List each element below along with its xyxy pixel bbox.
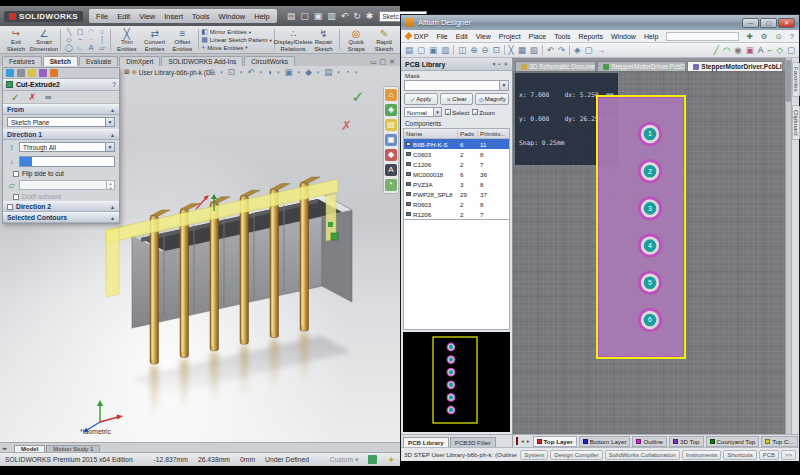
pcb-editor-canvas[interactable]: x: 7.000 dx: 5.250 mm y: 0.000 dy: 26.25… — [513, 71, 785, 434]
sw-menu-edit[interactable]: Edit — [117, 12, 130, 21]
tab-motion-study-1[interactable]: Motion Study 1 — [46, 445, 100, 452]
component-row-c1206[interactable]: C120627 — [404, 159, 509, 169]
undo-icon[interactable]: ↶ — [341, 12, 349, 21]
active-layer-color-swatch[interactable] — [516, 437, 518, 445]
arc-icon[interactable]: ◠ — [723, 45, 730, 55]
pad-5[interactable]: 5 — [638, 271, 662, 295]
sketch-line-icon[interactable]: ╲ — [64, 28, 74, 36]
magnify-button[interactable]: ⊙Magnify — [475, 93, 509, 105]
dimension-icon[interactable]: ⌐ — [767, 45, 772, 55]
view-orientation-icon[interactable]: ▣ — [285, 67, 293, 77]
alt-menu-project[interactable]: Project — [499, 33, 521, 40]
mirror-entities-button[interactable]: ◧Mirror Entities▾ — [201, 28, 272, 36]
open-icon[interactable]: ▢ — [417, 45, 425, 55]
appearances-icon[interactable]: ◔ — [345, 67, 350, 77]
chevron-down-icon[interactable]: ▾ — [270, 38, 272, 43]
room-icon[interactable]: ▢ — [787, 45, 795, 55]
status-button-[interactable]: >> — [781, 450, 796, 460]
filter-mode-dropdown[interactable]: Normal▼ — [404, 107, 442, 117]
detail-preview-icon[interactable]: ∞ — [45, 92, 51, 102]
polygon-icon[interactable]: ◇ — [776, 45, 783, 55]
custom-properties-icon[interactable]: A — [385, 164, 397, 176]
close-button[interactable]: ✕ — [778, 18, 795, 28]
minimize-icon[interactable]: ▭ — [370, 58, 377, 66]
propertymanager-tab-icon[interactable] — [6, 69, 14, 77]
pad-6[interactable]: 6 — [638, 308, 662, 332]
cut-icon[interactable]: ╳ — [509, 45, 514, 55]
layer-tab-top-layer[interactable]: Top Layer — [533, 436, 577, 447]
footprint-drawing[interactable]: 123456 — [591, 91, 701, 363]
restore-button[interactable]: ▢ — [760, 18, 777, 28]
chevron-down-icon[interactable]: ▾ — [245, 45, 247, 50]
layer-tab-bottom-layer[interactable]: Bottom Layer — [579, 436, 631, 447]
direction-selection-field[interactable] — [19, 156, 115, 167]
sketch-rectangle-icon[interactable]: ▢ — [75, 28, 85, 36]
display-delete-relations-button[interactable]: ∴Display/Delete Relations — [277, 27, 310, 52]
expand-icon[interactable]: ⊞ — [124, 68, 129, 76]
tab-model[interactable]: Model — [14, 445, 45, 452]
preview-icon[interactable]: ◫ — [458, 45, 466, 55]
sketch-fillet-icon[interactable]: ∟ — [75, 44, 85, 52]
paste-icon[interactable]: ▧ — [530, 45, 538, 55]
design-library-icon[interactable]: ◈ — [385, 104, 397, 116]
component-row-r1206[interactable]: R120627 — [404, 209, 509, 219]
pad-4[interactable]: 4 — [638, 234, 662, 258]
alt-menu-reports[interactable]: Reports — [578, 33, 603, 40]
zoom-in-icon[interactable]: ⊕ — [470, 45, 477, 55]
sketch-ellipse-icon[interactable]: ◯ — [64, 44, 74, 52]
add-icon[interactable]: ✚ — [747, 32, 753, 41]
print-icon[interactable]: ▥ — [441, 45, 449, 55]
col-primitives[interactable]: Primitiv... — [478, 130, 509, 137]
status-button-solidworks-collaboration[interactable]: SolidWorks Collaboration — [605, 450, 680, 460]
configurations-tab-icon[interactable] — [28, 69, 36, 77]
target-icon[interactable]: ⊙ — [776, 32, 782, 41]
alt-menu-help[interactable]: Help — [644, 33, 658, 40]
rapid-sketch-button[interactable]: ✎Rapid Sketch — [370, 27, 398, 52]
help-icon[interactable]: ? — [790, 32, 794, 41]
chevron-down-icon[interactable]: ▾ — [298, 69, 301, 75]
select-icon[interactable]: ▢ — [585, 45, 593, 55]
sw-menu-insert[interactable]: Insert — [164, 12, 183, 21]
status-button-pcb[interactable]: PCB — [759, 450, 779, 460]
alt-menu-place[interactable]: Place — [529, 33, 547, 40]
line-icon[interactable]: ╱ — [714, 45, 719, 55]
close-icon[interactable]: ✕ — [389, 58, 395, 66]
pad-icon[interactable]: ◉ — [734, 45, 741, 55]
file-explorer-icon[interactable]: ▤ — [385, 119, 397, 131]
alt-menu-view[interactable]: View — [476, 33, 491, 40]
tab-sketch[interactable]: Sketch — [43, 56, 78, 66]
draft-angle-spinner[interactable]: ▲▼ — [19, 180, 115, 190]
sketch-circle-icon[interactable]: ○ — [97, 28, 107, 36]
component-row-mc000018[interactable]: MC000018636 — [404, 169, 509, 179]
zoom-fit-icon[interactable]: ⊕ — [208, 67, 215, 77]
component-row-pwp28-spl8[interactable]: PWP28_SPL82937 — [404, 189, 509, 199]
alt-menu-dxp[interactable]: DXP — [414, 33, 428, 40]
view-palette-icon[interactable]: ▣ — [385, 134, 397, 146]
chevron-down-icon[interactable]: ▾ — [277, 69, 280, 75]
help-icon[interactable]: ? — [112, 81, 116, 88]
repair-sketch-button[interactable]: ↯Repair Sketch — [310, 27, 338, 52]
doc-tab-steppermotordriver-pcbdoc[interactable]: StepperMotorDriver.PcbDoc — [597, 61, 686, 71]
forum-icon[interactable]: * — [385, 179, 397, 191]
side-tab-favorites[interactable]: Favorites — [792, 62, 800, 97]
sketch-text-icon[interactable]: A — [86, 44, 96, 52]
string-icon[interactable]: A — [758, 45, 764, 55]
quick-snaps-button[interactable]: ◎Quick Snaps — [342, 27, 370, 52]
sketch-spline-icon[interactable]: ~ — [75, 36, 85, 44]
panel-menu-icon[interactable]: ▾ — [493, 61, 496, 67]
convert-entities-button[interactable]: ⇄Convert Entities — [141, 27, 169, 52]
display-style-icon[interactable]: ◆ — [305, 67, 312, 77]
hide-show-icon[interactable]: ▤ — [324, 67, 332, 77]
section-view-icon[interactable]: ◑ — [267, 67, 272, 77]
component-row-b6b-ph-k-s[interactable]: B6B-PH-K-S611 — [404, 139, 509, 149]
restore-icon[interactable]: ▢ — [380, 58, 387, 66]
save-icon[interactable]: ▣ — [429, 45, 437, 55]
appearances-scenes-icon[interactable]: ◆ — [385, 149, 397, 161]
sketch-polygon-icon[interactable]: ◇ — [64, 36, 74, 44]
tab-dimxpert[interactable]: DimXpert — [119, 56, 160, 66]
solidworks-viewport[interactable]: ⊞ ◈ User Library-b6b-ph-k (D... ⊕▾⊡▾↶▾◑▾… — [0, 66, 400, 442]
zoom-checkbox[interactable]: ✓Zoom — [472, 109, 495, 116]
component-row-pvz3a[interactable]: PVZ3A38 — [404, 179, 509, 189]
doc-tab-3d-schematic-document[interactable]: 3D Schematic Document — [515, 61, 596, 71]
copy-icon[interactable]: ▦ — [518, 45, 526, 55]
